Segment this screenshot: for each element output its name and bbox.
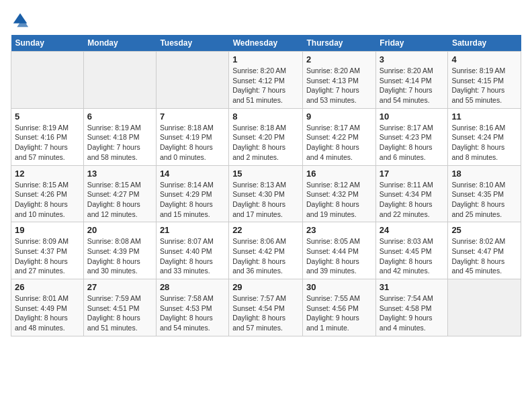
calendar-cell: 6Sunrise: 8:19 AM Sunset: 4:18 PM Daylig… <box>83 108 156 165</box>
day-number: 10 <box>380 111 445 122</box>
day-number: 28 <box>160 282 225 292</box>
day-number: 16 <box>306 169 372 179</box>
weekday-header-thursday: Thursday <box>303 35 376 52</box>
calendar-cell: 11Sunrise: 8:16 AM Sunset: 4:24 PM Dayli… <box>448 108 521 165</box>
calendar-cell: 22Sunrise: 8:06 AM Sunset: 4:42 PM Dayli… <box>229 222 303 279</box>
calendar-cell: 14Sunrise: 8:14 AM Sunset: 4:29 PM Dayli… <box>156 165 228 222</box>
page-header <box>11 11 521 30</box>
day-info: Sunrise: 7:58 AM Sunset: 4:53 PM Dayligh… <box>160 293 225 333</box>
calendar-cell: 4Sunrise: 8:19 AM Sunset: 4:15 PM Daylig… <box>448 52 521 109</box>
calendar-table: SundayMondayTuesdayWednesdayThursdayFrid… <box>11 35 521 336</box>
calendar-week-row: 1Sunrise: 8:20 AM Sunset: 4:12 PM Daylig… <box>11 52 521 109</box>
calendar-cell: 31Sunrise: 7:54 AM Sunset: 4:58 PM Dayli… <box>375 279 448 336</box>
calendar-cell: 17Sunrise: 8:11 AM Sunset: 4:34 PM Dayli… <box>375 165 448 222</box>
day-number: 24 <box>380 225 445 235</box>
day-number: 5 <box>15 111 80 122</box>
day-info: Sunrise: 7:54 AM Sunset: 4:58 PM Dayligh… <box>380 293 445 333</box>
day-info: Sunrise: 8:18 AM Sunset: 4:20 PM Dayligh… <box>232 123 299 163</box>
calendar-cell: 16Sunrise: 8:12 AM Sunset: 4:32 PM Dayli… <box>303 165 376 222</box>
day-number: 4 <box>451 54 517 64</box>
calendar-cell: 13Sunrise: 8:15 AM Sunset: 4:27 PM Dayli… <box>83 165 156 222</box>
day-info: Sunrise: 8:18 AM Sunset: 4:19 PM Dayligh… <box>160 123 225 163</box>
day-info: Sunrise: 8:19 AM Sunset: 4:16 PM Dayligh… <box>15 123 80 163</box>
day-info: Sunrise: 8:03 AM Sunset: 4:45 PM Dayligh… <box>380 236 445 276</box>
day-number: 18 <box>451 169 517 179</box>
weekday-header-row: SundayMondayTuesdayWednesdayThursdayFrid… <box>11 35 521 52</box>
day-info: Sunrise: 8:05 AM Sunset: 4:44 PM Dayligh… <box>306 236 372 276</box>
calendar-cell <box>448 279 521 336</box>
calendar-cell: 3Sunrise: 8:20 AM Sunset: 4:14 PM Daylig… <box>375 52 448 109</box>
day-info: Sunrise: 8:19 AM Sunset: 4:15 PM Dayligh… <box>451 66 517 105</box>
day-number: 20 <box>87 225 152 235</box>
calendar-week-row: 26Sunrise: 8:01 AM Sunset: 4:49 PM Dayli… <box>11 279 521 336</box>
day-info: Sunrise: 8:20 AM Sunset: 4:14 PM Dayligh… <box>380 66 445 105</box>
day-number: 12 <box>15 169 80 179</box>
weekday-header-tuesday: Tuesday <box>156 35 228 52</box>
weekday-header-monday: Monday <box>83 35 156 52</box>
day-number: 2 <box>306 54 372 64</box>
calendar-cell: 29Sunrise: 7:57 AM Sunset: 4:54 PM Dayli… <box>229 279 303 336</box>
day-number: 7 <box>160 111 225 122</box>
calendar-cell: 7Sunrise: 8:18 AM Sunset: 4:19 PM Daylig… <box>156 108 228 165</box>
calendar-cell: 28Sunrise: 7:58 AM Sunset: 4:53 PM Dayli… <box>156 279 228 336</box>
day-number: 22 <box>232 225 299 235</box>
day-number: 17 <box>380 169 445 179</box>
day-number: 31 <box>380 282 445 292</box>
weekday-header-friday: Friday <box>375 35 448 52</box>
day-info: Sunrise: 8:15 AM Sunset: 4:27 PM Dayligh… <box>87 180 152 220</box>
calendar-week-row: 12Sunrise: 8:15 AM Sunset: 4:26 PM Dayli… <box>11 165 521 222</box>
day-info: Sunrise: 8:15 AM Sunset: 4:26 PM Dayligh… <box>15 180 80 220</box>
day-info: Sunrise: 8:09 AM Sunset: 4:37 PM Dayligh… <box>15 236 80 276</box>
calendar-cell <box>83 52 156 109</box>
calendar-cell: 27Sunrise: 7:59 AM Sunset: 4:51 PM Dayli… <box>83 279 156 336</box>
day-number: 25 <box>451 225 517 235</box>
calendar-cell: 23Sunrise: 8:05 AM Sunset: 4:44 PM Dayli… <box>303 222 376 279</box>
calendar-cell: 12Sunrise: 8:15 AM Sunset: 4:26 PM Dayli… <box>11 165 84 222</box>
weekday-header-wednesday: Wednesday <box>229 35 303 52</box>
weekday-header-sunday: Sunday <box>11 35 84 52</box>
logo-icon <box>11 11 30 30</box>
day-info: Sunrise: 8:20 AM Sunset: 4:12 PM Dayligh… <box>232 66 299 105</box>
calendar-week-row: 5Sunrise: 8:19 AM Sunset: 4:16 PM Daylig… <box>11 108 521 165</box>
day-number: 26 <box>15 282 80 292</box>
day-number: 3 <box>380 54 445 64</box>
day-info: Sunrise: 7:57 AM Sunset: 4:54 PM Dayligh… <box>232 293 299 333</box>
calendar-cell: 5Sunrise: 8:19 AM Sunset: 4:16 PM Daylig… <box>11 108 84 165</box>
day-info: Sunrise: 8:02 AM Sunset: 4:47 PM Dayligh… <box>451 236 517 276</box>
day-number: 14 <box>160 169 225 179</box>
calendar-cell: 26Sunrise: 8:01 AM Sunset: 4:49 PM Dayli… <box>11 279 84 336</box>
day-number: 1 <box>232 54 299 64</box>
day-number: 15 <box>232 169 299 179</box>
day-number: 6 <box>87 111 152 122</box>
calendar-cell: 8Sunrise: 8:18 AM Sunset: 4:20 PM Daylig… <box>229 108 303 165</box>
day-number: 8 <box>232 111 299 122</box>
day-number: 9 <box>306 111 372 122</box>
day-number: 13 <box>87 169 152 179</box>
calendar-cell: 1Sunrise: 8:20 AM Sunset: 4:12 PM Daylig… <box>229 52 303 109</box>
calendar-cell: 18Sunrise: 8:10 AM Sunset: 4:35 PM Dayli… <box>448 165 521 222</box>
calendar-cell: 19Sunrise: 8:09 AM Sunset: 4:37 PM Dayli… <box>11 222 84 279</box>
day-number: 30 <box>306 282 372 292</box>
day-info: Sunrise: 8:08 AM Sunset: 4:39 PM Dayligh… <box>87 236 152 276</box>
day-info: Sunrise: 8:20 AM Sunset: 4:13 PM Dayligh… <box>306 66 372 105</box>
day-number: 27 <box>87 282 152 292</box>
day-number: 23 <box>306 225 372 235</box>
day-number: 19 <box>15 225 80 235</box>
svg-marker-0 <box>13 13 28 24</box>
day-number: 29 <box>232 282 299 292</box>
calendar-cell: 21Sunrise: 8:07 AM Sunset: 4:40 PM Dayli… <box>156 222 228 279</box>
calendar-week-row: 19Sunrise: 8:09 AM Sunset: 4:37 PM Dayli… <box>11 222 521 279</box>
day-number: 11 <box>451 111 517 122</box>
day-info: Sunrise: 7:59 AM Sunset: 4:51 PM Dayligh… <box>87 293 152 333</box>
calendar-cell: 9Sunrise: 8:17 AM Sunset: 4:22 PM Daylig… <box>303 108 376 165</box>
day-info: Sunrise: 8:01 AM Sunset: 4:49 PM Dayligh… <box>15 293 80 333</box>
logo <box>11 11 32 30</box>
day-info: Sunrise: 8:14 AM Sunset: 4:29 PM Dayligh… <box>160 180 225 220</box>
day-info: Sunrise: 8:17 AM Sunset: 4:22 PM Dayligh… <box>306 123 372 163</box>
calendar-cell <box>156 52 228 109</box>
day-info: Sunrise: 8:13 AM Sunset: 4:30 PM Dayligh… <box>232 180 299 220</box>
calendar-cell <box>11 52 84 109</box>
weekday-header-saturday: Saturday <box>448 35 521 52</box>
day-info: Sunrise: 8:06 AM Sunset: 4:42 PM Dayligh… <box>232 236 299 276</box>
day-info: Sunrise: 7:55 AM Sunset: 4:56 PM Dayligh… <box>306 293 372 333</box>
